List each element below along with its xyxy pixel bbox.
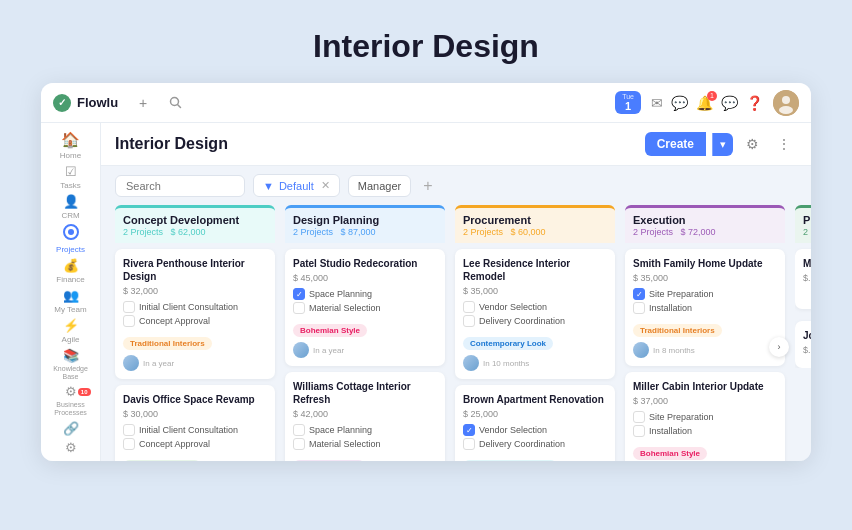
filter-button[interactable]: ▼ Default ✕ [253, 174, 340, 197]
message-icon[interactable]: 💬 [721, 95, 738, 111]
svg-point-4 [779, 106, 793, 114]
mail-icon[interactable]: ✉ [651, 95, 663, 111]
checklist-text: Vendor Selection [479, 425, 547, 435]
checklist-text: Space Planning [309, 425, 372, 435]
tag-traditional: Traditional Interiors [123, 337, 212, 350]
card-footer: In a year [123, 355, 267, 371]
kanban-board: Concept Development 2 Projects $ 62,000 … [101, 205, 811, 461]
sidebar-item-projects[interactable]: Projects [47, 224, 95, 254]
kanban-card[interactable]: Williams Cottage Interior Refresh $ 42,0… [285, 372, 445, 461]
logo-text: Flowlu [77, 95, 118, 110]
card-footer: In a year [293, 342, 437, 358]
kanban-card[interactable]: Rivera Penthouse Interior Design $ 32,00… [115, 249, 275, 379]
card-time: In 8 months [653, 346, 695, 355]
more-icon-btn[interactable]: ⋮ [771, 131, 797, 157]
checklist-item: Concept Approval [123, 438, 267, 450]
checklist-text: Site Preparation [649, 412, 714, 422]
kanban-card[interactable]: Brown Apartment Renovation $ 25,000 ✓ Ve… [455, 385, 615, 461]
sidebar-item-extra2[interactable]: ⚙ [47, 440, 95, 455]
checklist-item: Delivery Coordination [463, 315, 607, 327]
card-price: $ 37,000 [633, 396, 777, 406]
col-title-concept: Concept Development [123, 214, 267, 226]
checklist-item: Vendor Selection [463, 301, 607, 313]
checkbox-unchecked [463, 438, 475, 450]
sidebar-item-tasks[interactable]: ☑ Tasks [47, 164, 95, 190]
checklist-text: Vendor Selection [479, 302, 547, 312]
crm-icon: 👤 [63, 194, 79, 209]
checkbox-unchecked [463, 315, 475, 327]
checkbox-unchecked [633, 302, 645, 314]
checklist-text: Initial Client Consultation [139, 425, 238, 435]
search-icon[interactable] [164, 92, 186, 114]
checklist-text: Space Planning [309, 289, 372, 299]
tag-modern: Modern Design [293, 460, 365, 461]
checklist-text: Initial Client Consultation [139, 302, 238, 312]
col-header-concept: Concept Development 2 Projects $ 62,000 [115, 205, 275, 243]
create-dropdown-button[interactable]: ▾ [712, 133, 733, 156]
kanban-card[interactable]: Smith Family Home Update $ 35,000 ✓ Site… [625, 249, 785, 366]
date-number: 1 [625, 100, 631, 112]
sidebar-item-knowledge[interactable]: 📚 Knowledge Base [47, 348, 95, 380]
col-meta-procurement: 2 Projects $ 60,000 [463, 227, 607, 237]
add-icon[interactable]: + [132, 92, 154, 114]
page-heading: Interior Design [313, 28, 539, 65]
checkbox-unchecked [123, 301, 135, 313]
kanban-col-procurement: Procurement 2 Projects $ 60,000 Lee Resi… [455, 205, 615, 461]
avatar[interactable] [773, 90, 799, 116]
add-filter-button[interactable]: + [419, 177, 436, 195]
filter-clear-icon[interactable]: ✕ [321, 179, 330, 192]
sidebar-label-crm: CRM [61, 211, 79, 220]
checklist-item: ✓ Space Planning [293, 288, 437, 300]
checklist-text: Site Preparation [649, 289, 714, 299]
sidebar-item-team[interactable]: 👥 My Team [47, 288, 95, 314]
kanban-card-partial1: M... $... [795, 249, 811, 309]
checkbox-unchecked [633, 425, 645, 437]
manager-button[interactable]: Manager [348, 175, 411, 197]
filter-icon: ▼ [263, 180, 274, 192]
sidebar-item-agile[interactable]: ⚡ Agile [47, 318, 95, 344]
app-window: ✓ Flowlu + Tue 1 ✉ 💬 🔔 1 [41, 83, 811, 461]
sidebar-item-extra1[interactable]: 🔗 [47, 421, 95, 436]
checklist-item: Installation [633, 425, 777, 437]
settings-icon-btn[interactable]: ⚙ [739, 131, 765, 157]
col-title-design: Design Planning [293, 214, 437, 226]
checkbox-unchecked [293, 424, 305, 436]
card-title: Jo... [803, 329, 811, 342]
nav-right-icons: ✉ 💬 🔔 1 💬 ❓ [651, 95, 763, 111]
card-price: $ 32,000 [123, 286, 267, 296]
bell-icon[interactable]: 🔔 1 [696, 95, 713, 111]
help-icon[interactable]: ❓ [746, 95, 763, 111]
scroll-right-arrow[interactable]: › [769, 337, 789, 357]
kanban-card[interactable]: Davis Office Space Revamp $ 30,000 Initi… [115, 385, 275, 461]
card-checklist: ✓ Space Planning Material Selection [293, 288, 437, 314]
card-title: Miller Cabin Interior Update [633, 380, 777, 393]
toolbar: ▼ Default ✕ Manager + [101, 166, 811, 205]
kanban-card[interactable]: Lee Residence Interior Remodel $ 35,000 … [455, 249, 615, 379]
col-header-partial: Pr... 2 P... [795, 205, 811, 243]
kanban-card[interactable]: Miller Cabin Interior Update $ 37,000 Si… [625, 372, 785, 461]
sidebar-item-processes[interactable]: ⚙ Business Processes 10 [47, 384, 95, 416]
agile-icon: ⚡ [63, 318, 79, 333]
sidebar-item-home[interactable]: 🏠 Home [47, 131, 95, 160]
col-meta-concept: 2 Projects $ 62,000 [123, 227, 267, 237]
knowledge-icon: 📚 [63, 348, 79, 363]
create-button[interactable]: Create [645, 132, 706, 156]
card-checklist: Site Preparation Installation [633, 411, 777, 437]
checklist-item: Material Selection [293, 438, 437, 450]
card-checklist: Initial Client Consultation Concept Appr… [123, 424, 267, 450]
sidebar-item-crm[interactable]: 👤 CRM [47, 194, 95, 220]
col-header-execution: Execution 2 Projects $ 72,000 [625, 205, 785, 243]
logo-icon: ✓ [53, 94, 71, 112]
chat-icon[interactable]: 💬 [671, 95, 688, 111]
col-meta-execution: 2 Projects $ 72,000 [633, 227, 777, 237]
checklist-item: Concept Approval [123, 315, 267, 327]
checkbox-unchecked [293, 302, 305, 314]
checklist-item: Space Planning [293, 424, 437, 436]
card-price: $ 45,000 [293, 273, 437, 283]
col-title-execution: Execution [633, 214, 777, 226]
projects-icon [63, 224, 79, 243]
sidebar-item-finance[interactable]: 💰 Finance [47, 258, 95, 284]
checklist-text: Installation [649, 426, 692, 436]
kanban-card[interactable]: Patel Studio Redecoration $ 45,000 ✓ Spa… [285, 249, 445, 366]
search-input[interactable] [115, 175, 245, 197]
